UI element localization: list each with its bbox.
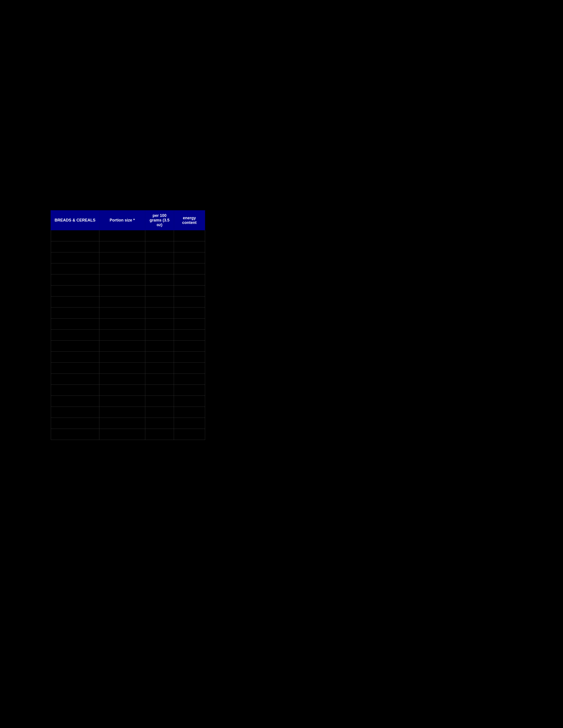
table-row [51, 418, 205, 429]
cell-per100 [145, 418, 174, 429]
cell-portion [99, 362, 145, 373]
cell-portion [99, 230, 145, 241]
cell-portion [99, 429, 145, 440]
cell-per100 [145, 230, 174, 241]
table-container: BREADS & CEREALS Portion size * per 100 … [51, 210, 205, 440]
table-row [51, 318, 205, 329]
cell-category [51, 274, 99, 285]
cell-category [51, 340, 99, 351]
cell-category [51, 385, 99, 396]
cell-portion [99, 329, 145, 340]
table-row [51, 274, 205, 285]
cell-category [51, 418, 99, 429]
cell-portion [99, 407, 145, 418]
header-category: BREADS & CEREALS [51, 210, 99, 230]
cell-category [51, 351, 99, 362]
cell-energy [174, 396, 205, 407]
cell-category [51, 241, 99, 252]
header-per100: per 100 grams (3.5 oz) [145, 210, 174, 230]
cell-portion [99, 296, 145, 307]
cell-category [51, 263, 99, 274]
cell-portion [99, 263, 145, 274]
table-row [51, 396, 205, 407]
cell-per100 [145, 429, 174, 440]
cell-portion [99, 373, 145, 385]
cell-per100 [145, 274, 174, 285]
cell-category [51, 252, 99, 263]
cell-per100 [145, 329, 174, 340]
table-row [51, 230, 205, 241]
cell-portion [99, 318, 145, 329]
cell-per100 [145, 340, 174, 351]
cell-per100 [145, 407, 174, 418]
table-row [51, 385, 205, 396]
table-row [51, 252, 205, 263]
table-row [51, 429, 205, 440]
table-row [51, 329, 205, 340]
cell-energy [174, 263, 205, 274]
cell-energy [174, 329, 205, 340]
cell-portion [99, 385, 145, 396]
cell-energy [174, 418, 205, 429]
cell-category [51, 407, 99, 418]
cell-category [51, 373, 99, 385]
cell-energy [174, 373, 205, 385]
cell-portion [99, 340, 145, 351]
cell-per100 [145, 307, 174, 318]
cell-per100 [145, 252, 174, 263]
table-row [51, 296, 205, 307]
table-row [51, 351, 205, 362]
cell-per100 [145, 296, 174, 307]
cell-portion [99, 418, 145, 429]
cell-portion [99, 307, 145, 318]
cell-category [51, 329, 99, 340]
cell-portion [99, 285, 145, 296]
cell-per100 [145, 396, 174, 407]
table-row [51, 407, 205, 418]
cell-category [51, 285, 99, 296]
cell-category [51, 318, 99, 329]
cell-per100 [145, 385, 174, 396]
cell-category [51, 429, 99, 440]
header-portion: Portion size * [99, 210, 145, 230]
cell-energy [174, 385, 205, 396]
cell-category [51, 307, 99, 318]
cell-category [51, 230, 99, 241]
cell-per100 [145, 241, 174, 252]
cell-per100 [145, 263, 174, 274]
cell-per100 [145, 285, 174, 296]
cell-energy [174, 230, 205, 241]
table-row [51, 362, 205, 373]
cell-energy [174, 340, 205, 351]
table-row [51, 307, 205, 318]
cell-per100 [145, 351, 174, 362]
cell-energy [174, 307, 205, 318]
header-energy: energy content [174, 210, 205, 230]
cell-energy [174, 407, 205, 418]
cell-per100 [145, 373, 174, 385]
breads-cereals-table: BREADS & CEREALS Portion size * per 100 … [51, 210, 205, 440]
cell-energy [174, 429, 205, 440]
cell-per100 [145, 318, 174, 329]
cell-portion [99, 396, 145, 407]
cell-energy [174, 296, 205, 307]
cell-portion [99, 252, 145, 263]
cell-portion [99, 241, 145, 252]
table-row [51, 373, 205, 385]
cell-category [51, 396, 99, 407]
cell-per100 [145, 362, 174, 373]
cell-energy [174, 241, 205, 252]
cell-energy [174, 274, 205, 285]
table-row [51, 241, 205, 252]
table-row [51, 285, 205, 296]
cell-energy [174, 318, 205, 329]
cell-portion [99, 351, 145, 362]
cell-category [51, 362, 99, 373]
cell-portion [99, 274, 145, 285]
table-row [51, 263, 205, 274]
cell-category [51, 296, 99, 307]
cell-energy [174, 252, 205, 263]
cell-energy [174, 362, 205, 373]
cell-energy [174, 285, 205, 296]
cell-energy [174, 351, 205, 362]
